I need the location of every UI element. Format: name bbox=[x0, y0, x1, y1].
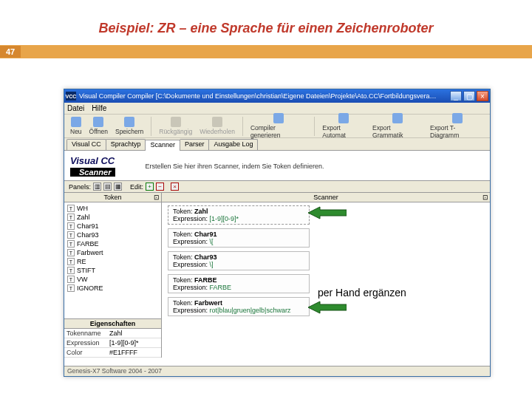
property-row[interactable]: Tokenname Zahl bbox=[64, 329, 161, 338]
arrow-icon bbox=[308, 205, 347, 220]
token-type-icon: T bbox=[67, 222, 75, 230]
list-item[interactable]: TZahl bbox=[64, 213, 161, 222]
token-header-label: Token bbox=[103, 194, 121, 201]
expression-label: Expression: bbox=[173, 261, 208, 268]
gear-icon bbox=[273, 113, 284, 123]
token-pane-close-icon[interactable]: ⊡ bbox=[154, 194, 160, 201]
tab-scanner[interactable]: Scanner bbox=[145, 140, 180, 151]
vcc-logo-line1: Visual CC bbox=[70, 155, 115, 166]
list-item[interactable]: TSTIFT bbox=[64, 266, 161, 275]
svg-marker-0 bbox=[308, 207, 347, 219]
oeffnen-button[interactable]: Öffnen bbox=[86, 117, 111, 135]
token-label: Token: bbox=[173, 276, 193, 284]
compiler-generieren-button[interactable]: Compiler generieren bbox=[248, 113, 310, 139]
wieder-label: Wiederholen bbox=[200, 128, 235, 135]
token-expression: \[ bbox=[210, 238, 214, 245]
token-box-farbwert[interactable]: Token: Farbwert Expression: rot|blau|gru… bbox=[168, 297, 310, 316]
neu-button[interactable]: Neu bbox=[67, 117, 85, 135]
tab-sprachtyp[interactable]: Sprachtyp bbox=[106, 139, 146, 150]
token-name: FARBE bbox=[194, 276, 217, 284]
panel-toggle-2-icon[interactable]: ▤ bbox=[103, 183, 112, 191]
token-list[interactable]: TWH TZahl TChar91 TChar93 TFARBE TFarbwe… bbox=[64, 202, 161, 318]
close-button[interactable]: × bbox=[477, 91, 488, 101]
clear-icon[interactable]: × bbox=[171, 183, 179, 191]
panel-toggle-3-icon[interactable]: ▦ bbox=[114, 183, 122, 191]
right-pane: Scanner ⊡ Token: Zahl Expression: [1-9][… bbox=[162, 193, 490, 358]
rueck-label: Rückgängig bbox=[159, 128, 192, 135]
neu-label: Neu bbox=[70, 128, 82, 135]
tab-ausgabe-log[interactable]: Ausgabe Log bbox=[208, 139, 258, 150]
prop-value[interactable]: Zahl bbox=[107, 329, 161, 338]
token-expression: \] bbox=[210, 261, 214, 268]
list-item[interactable]: TFARBE bbox=[64, 239, 161, 248]
undo-icon bbox=[171, 117, 181, 127]
token-name: Zahl bbox=[194, 208, 208, 215]
token-box-char93[interactable]: Token: Char93 Expression: \] bbox=[168, 251, 310, 270]
menu-datei[interactable]: Datei bbox=[67, 104, 84, 112]
scanner-canvas[interactable]: Token: Zahl Expression: [1-9][0-9]* Toke… bbox=[162, 202, 490, 358]
export-tdiagramm-button[interactable]: Export T-Diagramm bbox=[427, 113, 487, 139]
app-icon: VCC bbox=[66, 92, 76, 100]
left-pane: Token ⊡ TWH TZahl TChar91 TChar93 TFARBE… bbox=[64, 193, 162, 358]
token-type-icon: T bbox=[67, 240, 75, 248]
app-window: VCC Visual Compiler Compiler [C:\Dokumen… bbox=[64, 89, 491, 377]
token-box-zahl[interactable]: Token: Zahl Expression: [1-9][0-9]* bbox=[168, 205, 310, 225]
prop-key: Color bbox=[64, 348, 107, 357]
token-type-icon: T bbox=[67, 258, 75, 265]
content-area: Visual CC Scanner Erstellen Sie hier ihr… bbox=[64, 151, 490, 366]
token-label: Token: bbox=[173, 299, 193, 307]
window-title: Visual Compiler Compiler [C:\Dokumente u… bbox=[79, 92, 449, 100]
speichern-button[interactable]: Speichern bbox=[112, 117, 146, 135]
token-item-label: Char91 bbox=[77, 222, 99, 230]
token-box-farbe[interactable]: Token: FARBE Expression: FARBE bbox=[168, 274, 310, 293]
slide-annotation: per Hand ergänzen bbox=[318, 287, 406, 299]
tab-parser[interactable]: Parser bbox=[180, 139, 210, 150]
panel-toggle-1-icon[interactable]: ▥ bbox=[93, 183, 101, 191]
save-icon bbox=[124, 117, 134, 127]
rueckgaengig-button[interactable]: Rückgängig bbox=[156, 117, 195, 135]
open-icon bbox=[93, 117, 103, 127]
edit-label: Edit: bbox=[130, 183, 143, 191]
token-label: Token: bbox=[173, 231, 193, 238]
toolbar-separator bbox=[151, 117, 151, 136]
list-item[interactable]: TWH bbox=[64, 204, 161, 213]
panels-bar: Panels: ▥ ▤ ▦ Edit: + − × bbox=[64, 181, 490, 193]
tab-bar: Visual CC Sprachtyp Scanner Parser Ausga… bbox=[64, 138, 490, 151]
token-expression: rot|blau|gruen|gelb|schwarz bbox=[210, 307, 291, 314]
list-item[interactable]: TChar91 bbox=[64, 222, 161, 231]
remove-icon[interactable]: − bbox=[156, 183, 164, 191]
list-item[interactable]: TChar93 bbox=[64, 231, 161, 239]
list-item[interactable]: TRE bbox=[64, 257, 161, 266]
token-item-label: Char93 bbox=[77, 231, 99, 239]
compgen-label: Compiler generieren bbox=[250, 124, 307, 139]
property-row[interactable]: Expression [1-9][0-9]* bbox=[64, 338, 161, 348]
scanner-pane-header: Scanner ⊡ bbox=[162, 193, 490, 202]
list-item[interactable]: TIGNORE bbox=[64, 284, 161, 293]
menu-hilfe[interactable]: Hilfe bbox=[92, 104, 106, 112]
window-titlebar: VCC Visual Compiler Compiler [C:\Dokumen… bbox=[64, 89, 490, 103]
svg-marker-1 bbox=[308, 301, 347, 313]
oeffnen-label: Öffnen bbox=[89, 128, 108, 135]
slide-number: 47 bbox=[0, 46, 21, 58]
prop-key: Tokenname bbox=[64, 329, 107, 338]
export-automat-button[interactable]: Export Automat bbox=[319, 113, 368, 139]
property-row[interactable]: Color #E1FFFF bbox=[64, 348, 161, 358]
token-type-icon: T bbox=[67, 267, 75, 274]
export-grammatik-button[interactable]: Export Grammatik bbox=[369, 113, 426, 139]
wiederholen-button[interactable]: Wiederholen bbox=[197, 117, 238, 135]
token-name: Char91 bbox=[194, 231, 217, 238]
prop-value[interactable]: #E1FFFF bbox=[107, 348, 161, 357]
scanner-pane-close-icon[interactable]: ⊡ bbox=[482, 194, 488, 201]
tab-visual-cc[interactable]: Visual CC bbox=[66, 139, 106, 150]
list-item[interactable]: TFarbwert bbox=[64, 248, 161, 257]
prop-value[interactable]: [1-9][0-9]* bbox=[107, 338, 161, 347]
token-item-label: Zahl bbox=[77, 214, 90, 221]
exp-grammatik-label: Export Grammatik bbox=[372, 124, 423, 139]
minimize-button[interactable]: _ bbox=[450, 91, 462, 101]
toolbar: Neu Öffnen Speichern Rückgängig Wiederho… bbox=[64, 115, 490, 138]
maximize-button[interactable]: ▢ bbox=[463, 91, 475, 101]
token-box-char91[interactable]: Token: Char91 Expression: \[ bbox=[168, 228, 310, 248]
list-item[interactable]: TVW bbox=[64, 275, 161, 284]
add-icon[interactable]: + bbox=[146, 183, 154, 191]
token-item-label: VW bbox=[77, 276, 88, 283]
